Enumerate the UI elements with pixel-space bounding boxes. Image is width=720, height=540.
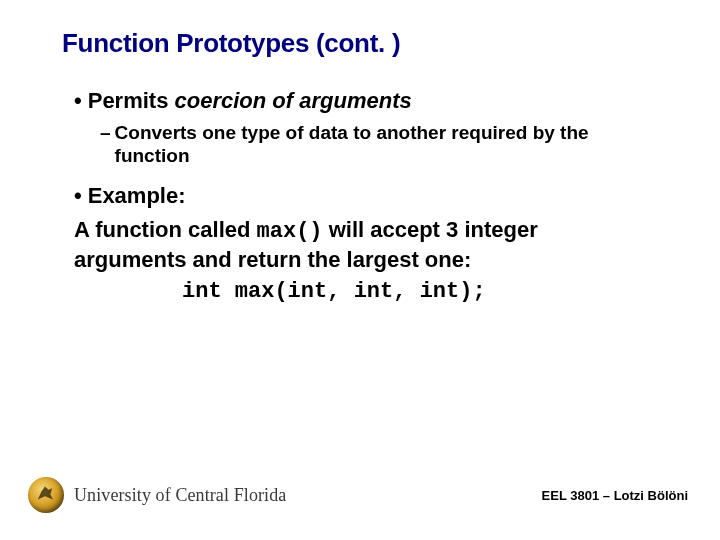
example-pre: A function called xyxy=(74,217,257,242)
bullet-item-example: • Example: xyxy=(74,182,660,210)
example-inline-code: max() xyxy=(257,219,323,244)
slide: Function Prototypes (cont. ) • Permits c… xyxy=(0,0,720,540)
bullet-icon: • xyxy=(74,87,82,115)
university-name: University of Central Florida xyxy=(74,485,286,506)
bullet-icon: • xyxy=(74,182,82,210)
course-info: EEL 3801 – Lotzi Bölöni xyxy=(542,488,688,503)
example-description: A function called max() will accept 3 in… xyxy=(74,216,660,275)
example-code-line: int max(int, int, int); xyxy=(182,279,660,304)
sub-bullet-text: Converts one type of data to another req… xyxy=(115,121,650,169)
slide-content: • Permits coercion of arguments – Conver… xyxy=(62,87,680,304)
bullet-text: Permits coercion of arguments xyxy=(88,87,412,115)
bullet-item: • Permits coercion of arguments xyxy=(74,87,660,115)
bullet-italic: coercion of arguments xyxy=(175,88,412,113)
slide-title: Function Prototypes (cont. ) xyxy=(62,28,680,59)
slide-footer: University of Central Florida EEL 3801 –… xyxy=(0,470,720,520)
university-logo-block: University of Central Florida xyxy=(28,477,286,513)
sub-bullet-item: – Converts one type of data to another r… xyxy=(100,121,660,169)
example-heading: Example: xyxy=(88,182,186,210)
pegasus-icon xyxy=(28,477,64,513)
dash-icon: – xyxy=(100,121,111,145)
bullet-prefix: Permits xyxy=(88,88,175,113)
example-block: • Example: A function called max() will … xyxy=(74,182,660,304)
